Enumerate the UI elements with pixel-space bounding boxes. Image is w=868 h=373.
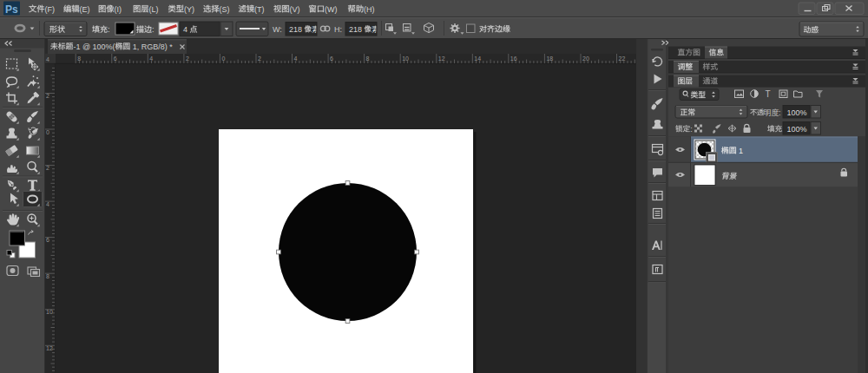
svg-text:(L): (L): [149, 5, 159, 14]
svg-text:4: 4: [149, 56, 153, 62]
svg-text:T: T: [766, 89, 771, 99]
svg-text:(S): (S): [220, 5, 230, 14]
svg-text:1: 1: [737, 147, 744, 155]
svg-text:14: 14: [474, 56, 481, 62]
svg-text:218: 218: [289, 25, 305, 34]
svg-text:(F): (F): [45, 5, 56, 14]
svg-text:18: 18: [546, 56, 553, 62]
svg-text:明度:: 明度:: [764, 108, 780, 117]
svg-text:0: 0: [221, 56, 225, 62]
svg-text:W:: W:: [273, 25, 282, 34]
svg-text:6: 6: [46, 237, 49, 243]
svg-text:1, RGB/8) *: 1, RGB/8) *: [130, 43, 173, 51]
svg-text::: :: [690, 125, 693, 134]
svg-text:H:: H:: [334, 25, 342, 34]
svg-text:12: 12: [438, 56, 445, 62]
svg-text:(V): (V): [290, 5, 300, 14]
svg-text:4: 4: [294, 56, 298, 62]
svg-text:22: 22: [619, 56, 626, 62]
svg-text:8: 8: [46, 273, 49, 279]
svg-text:4: 4: [46, 201, 49, 207]
svg-text:6: 6: [114, 56, 117, 62]
svg-text:218: 218: [349, 25, 365, 34]
svg-text:-1 @ 100%(: -1 @ 100%(: [73, 43, 115, 51]
svg-text:2: 2: [46, 93, 49, 99]
svg-text:10: 10: [46, 309, 53, 315]
svg-text:0: 0: [46, 129, 49, 135]
svg-text:(Y): (Y): [184, 5, 194, 14]
svg-text:(I): (I): [115, 5, 122, 14]
svg-text:20: 20: [582, 56, 589, 62]
svg-text::: :: [152, 25, 155, 34]
svg-text:4: 4: [46, 56, 49, 62]
svg-text:2: 2: [186, 56, 189, 62]
svg-text:6: 6: [330, 56, 333, 62]
svg-text:12: 12: [46, 345, 53, 351]
svg-text:100%: 100%: [787, 108, 807, 117]
svg-text:16: 16: [510, 56, 517, 62]
svg-text:10: 10: [402, 56, 409, 62]
svg-text:8: 8: [77, 56, 81, 62]
svg-text:(E): (E): [80, 5, 90, 14]
svg-text:(T): (T): [254, 5, 265, 14]
svg-text:(W): (W): [325, 5, 338, 14]
svg-text:100%: 100%: [787, 125, 807, 134]
svg-text:8: 8: [366, 56, 370, 62]
svg-text:2: 2: [46, 165, 49, 171]
svg-text:4: 4: [183, 25, 190, 34]
svg-text:(H): (H): [364, 5, 375, 14]
svg-text:2: 2: [258, 56, 261, 62]
svg-text:Ps: Ps: [5, 3, 18, 16]
svg-text::: :: [108, 25, 110, 34]
